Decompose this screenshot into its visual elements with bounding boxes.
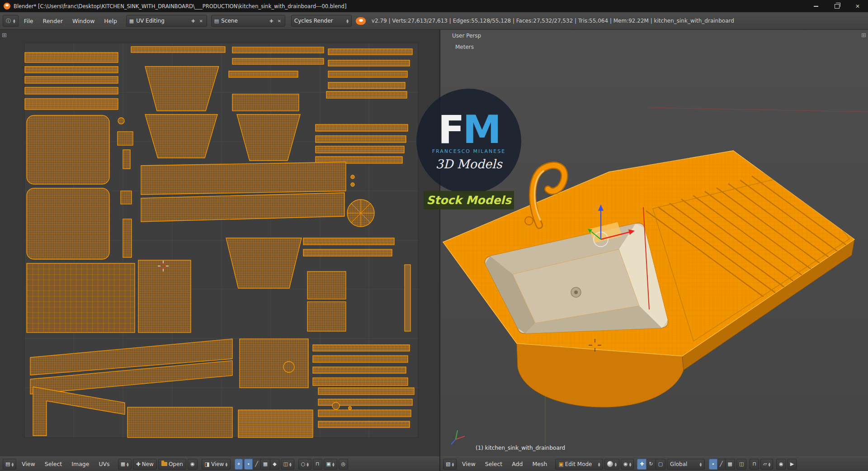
engine-name: Cycles Render [294,18,344,24]
image-pin-button[interactable]: ◉ [188,459,198,470]
uv-menu-image[interactable]: Image [67,459,93,469]
menu-file[interactable]: File [20,16,38,26]
limit-visible-toggle[interactable]: ◫ [736,459,746,470]
uv-select-edge-button[interactable]: ╱ [253,459,261,470]
v3d-menu-view[interactable]: View [458,459,480,469]
uv-snap-toggle[interactable]: ⊓ [313,459,322,470]
orientation-selector[interactable]: Global ▲▼ [667,459,705,470]
uv-island [307,271,346,299]
scene-delete-icon[interactable]: ✕ [276,19,282,24]
uv-menu-select[interactable]: Select [41,459,66,469]
island-mode-icon: ◆ [273,461,276,467]
display-channels-selector[interactable]: ◨ View ▲▼ [202,459,231,470]
select-edge-button[interactable]: ╱ [717,459,726,470]
manipulator-rotate-button[interactable]: ↻ [646,459,656,470]
uv-island [118,132,133,145]
view3d-editor-icon: ▧ [446,461,450,467]
minimize-button[interactable] [806,0,826,12]
minimize-icon [814,6,818,7]
v3d-menu-mesh[interactable]: Mesh [528,459,551,469]
vertex-mode-icon: ∙ [712,461,715,467]
menu-render[interactable]: Render [39,16,67,26]
v3d-menu-add[interactable]: Add [508,459,527,469]
uv-menu-uvs[interactable]: UVs [94,459,113,469]
chevron-updown-icon: ▲▼ [699,462,702,466]
snap-toggle[interactable]: ⊓ [750,459,759,470]
manipulator-translate-button[interactable]: ✚ [637,459,646,470]
uv-menu-view[interactable]: View [18,459,39,469]
uv-island [316,136,406,143]
orientation-label: Global [670,461,698,467]
restore-button[interactable] [826,0,847,12]
uv-island [351,183,354,186]
pivot-point-selector[interactable]: ◉ ▲▼ [621,459,634,470]
uv-canvas-svg[interactable] [0,30,439,457]
chevron-updown-icon: ▲▼ [629,462,632,466]
face-mode-icon: ▦ [263,461,268,467]
scene-add-icon[interactable]: ✚ [269,19,274,24]
close-button[interactable]: ✕ [847,0,868,12]
engine-updown-icon: ▲▼ [346,19,349,23]
uv-editor-type-button[interactable]: ▤ ▲▼ [3,459,16,470]
image-open-button[interactable]: Open [158,459,186,470]
viewport-3d-svg[interactable] [440,30,868,457]
uv-island [27,188,109,259]
opengl-render-anim-button[interactable]: ▶ [788,459,797,470]
viewport-editor-type-button[interactable]: ▧ ▲▼ [443,459,457,470]
viewport-shading-selector[interactable]: ▲▼ [604,459,619,470]
window-title: Blender* [C:\Users\franc\Desktop\KITCHEN… [14,3,806,10]
manipulator-scale-button[interactable]: ▢ [656,459,665,470]
chevron-updown-icon: ▲▼ [127,462,129,466]
uv-select-mode-group: ∙ ╱ ▦ ◆ [244,459,279,470]
uv-sticky-selection-button[interactable]: ◫ ▲▼ [281,459,294,470]
magnet-icon: ⊓ [752,461,756,467]
image-browse-button[interactable]: ▦ ▲▼ [118,459,132,470]
chevron-updown-icon: ▲▼ [11,462,14,466]
screen-layout-selector[interactable]: ▦ UV Editing ✚ ✕ [126,15,207,27]
viewport-3d-canvas[interactable]: ⊞ [440,30,868,457]
sink-model[interactable] [443,151,868,407]
uv-island [313,345,410,351]
chevron-updown-icon: ▲▼ [289,462,292,466]
select-vertex-button[interactable]: ∙ [709,459,717,470]
viewport-3d: ⊞ User Persp Meters (1) kitchen_sink_wit… [440,30,868,471]
v3d-menu-select[interactable]: Select [481,459,507,469]
edge-mode-icon: ╱ [255,461,258,467]
magnet-icon: ⊓ [316,461,320,467]
render-anim-icon: ▶ [790,461,794,467]
uv-island [123,219,132,257]
uv-sync-selection-toggle[interactable]: ⌖ [235,459,243,470]
uv-island [232,58,324,64]
rotate-icon: ↻ [649,461,653,467]
uv-island [25,99,118,109]
proportional-edit-button[interactable]: ○ ▲▼ [298,459,311,470]
scene-selector[interactable]: ▤ Scene ✚ ✕ [211,15,285,27]
uv-pivot-button[interactable]: ◎ [339,459,349,470]
uv-snap-target-button[interactable]: ▣ ▲▼ [324,459,337,470]
editor-type-info-button[interactable]: ⓘ ▲▼ [3,15,19,27]
mesh-select-mode-group: ∙ ╱ ▦ [709,459,735,470]
select-face-button[interactable]: ▦ [726,459,735,470]
uv-image-editor: ⊞ ▤ ▲▼ View Select Image UVs ▦ ▲▼ ✚ New … [0,30,439,471]
menu-window[interactable]: Window [68,16,99,26]
snap-element-selector[interactable]: ▱ ▲▼ [760,459,773,470]
image-new-button[interactable]: ✚ New [133,459,157,470]
proportional-edit-icon: ○ [301,461,306,467]
uv-island [347,200,374,227]
menu-help[interactable]: Help [100,16,121,26]
layout-add-icon[interactable]: ✚ [190,19,196,24]
uv-island [326,91,407,98]
uv-select-face-button[interactable]: ▦ [261,459,270,470]
scale-icon: ▢ [658,461,663,467]
layout-delete-icon[interactable]: ✕ [198,19,203,24]
uv-island [145,114,217,158]
mode-selector[interactable]: ▣ Edit Mode ▲▼ [555,459,603,470]
sticky-selection-icon: ◫ [283,461,288,467]
render-engine-selector[interactable]: Cycles Render ▲▼ [291,15,352,27]
opengl-render-still-button[interactable]: ◉ [776,459,786,470]
uv-select-vertex-button[interactable]: ∙ [244,459,253,470]
uv-select-island-button[interactable]: ◆ [270,459,279,470]
uv-canvas[interactable]: ⊞ [0,30,439,457]
uv-island [232,47,324,53]
uv-island [226,238,302,288]
